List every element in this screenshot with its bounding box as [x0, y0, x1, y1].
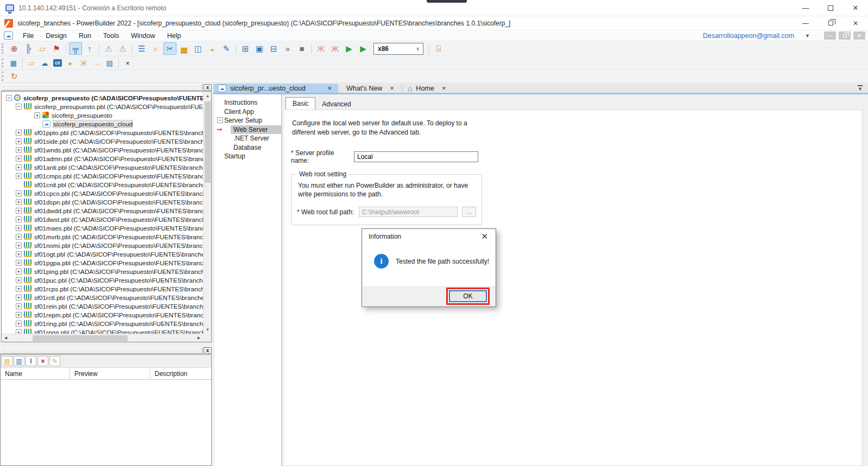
- tree-expander-icon[interactable]: +: [16, 234, 22, 240]
- tree-expander-icon[interactable]: +: [16, 216, 22, 222]
- tree-expander-icon[interactable]: +: [16, 147, 22, 153]
- nav-item-instructions[interactable]: Instructions: [214, 98, 281, 107]
- rdp-maximize-button[interactable]: [818, 0, 843, 16]
- column-header-preview[interactable]: Preview: [70, 368, 150, 379]
- app-close-button[interactable]: ✕: [843, 16, 868, 30]
- monitor-icon[interactable]: ▣: [253, 42, 266, 55]
- tree-item[interactable]: −sicoferp_presupuesto (C:\ADA\SICOF\Pres…: [2, 93, 203, 102]
- build-icon[interactable]: ↑: [83, 42, 96, 55]
- prev-warning-icon[interactable]: ⚠: [116, 42, 129, 55]
- rdp-pin-bar[interactable]: [427, 0, 467, 3]
- tree-item[interactable]: +sf01repm.pbl (C:\ADA\SICOF\Presupuesto\…: [2, 310, 203, 319]
- inheritance-icon[interactable]: ╠: [22, 42, 35, 55]
- tree-item[interactable]: +sf01rctl.pbl (C:\ADA\SICOF\Presupuesto\…: [2, 293, 203, 302]
- tree-item[interactable]: +sf01anti.pbl (C:\ADA\SICOF\Presupuesto\…: [2, 163, 203, 171]
- tree-item[interactable]: +sf01pgpa.pbl (C:\ADA\SICOF\Presupuesto\…: [2, 258, 203, 267]
- tree-expander-icon[interactable]: +: [16, 295, 22, 301]
- tree-item[interactable]: +sf01ring.pbl (C:\ADA\SICOF\Presupuesto\…: [2, 319, 203, 328]
- account-dropdown-icon[interactable]: ▼: [805, 33, 810, 39]
- tree-expander-icon[interactable]: +: [16, 312, 22, 318]
- tree-expander-icon[interactable]: +: [16, 225, 22, 231]
- nav-item-database[interactable]: Database: [214, 143, 281, 152]
- debug-select-icon[interactable]: Ж: [328, 42, 341, 55]
- mdi-close-button[interactable]: ✕: [853, 31, 865, 40]
- tree-expander-icon[interactable]: +: [16, 190, 22, 196]
- debug-project-icon[interactable]: Ж: [78, 58, 90, 69]
- open-icon[interactable]: ▱: [36, 42, 49, 55]
- tree-horizontal-scrollbar[interactable]: ◀ ▶: [2, 334, 203, 342]
- tree-item[interactable]: +sf01ppto.pbl (C:\ADA\SICOF\Presupuesto\…: [2, 128, 203, 137]
- properties-icon[interactable]: ▤: [104, 58, 116, 69]
- panel-grab-bar[interactable]: [0, 347, 202, 354]
- dialog-close-icon[interactable]: ✕: [479, 232, 490, 241]
- tree-panel-close-icon[interactable]: x: [204, 84, 212, 91]
- tree-expander-icon[interactable]: +: [16, 329, 22, 334]
- tab-advanced[interactable]: Advanced: [315, 98, 357, 110]
- tab-close-icon[interactable]: ×: [325, 84, 334, 92]
- export-icon[interactable]: →: [91, 58, 103, 69]
- scroll-right-icon[interactable]: ▶: [195, 334, 203, 342]
- edit-source-icon[interactable]: ✎: [220, 42, 233, 55]
- run-select-icon[interactable]: ▶: [357, 42, 370, 55]
- tree-item[interactable]: +sf01side.pbl (C:\ADA\SICOF\Presupuesto\…: [2, 137, 203, 145]
- output-window-icon[interactable]: ▅: [178, 42, 191, 55]
- tree-item[interactable]: +sf01ping.pbl (C:\ADA\SICOF\Presupuesto\…: [2, 267, 203, 276]
- tree-vertical-scrollbar[interactable]: ▲ ▼: [203, 92, 211, 334]
- tree-expander-icon[interactable]: +: [16, 242, 22, 248]
- toolbar-grip[interactable]: [2, 59, 4, 68]
- doc-tab-megaphone[interactable]: What's New×: [338, 84, 401, 93]
- tree-item[interactable]: +sf01rcps.pbl (C:\ADA\SICOF\Presupuesto\…: [2, 284, 203, 293]
- cloud-deploy-icon[interactable]: ☁: [39, 58, 50, 69]
- menu-tools[interactable]: Tools: [97, 31, 125, 41]
- tree-item[interactable]: +sf01rpga.pbl (C:\ADA\SICOF\Presupuesto\…: [2, 328, 203, 334]
- tree-item[interactable]: −sicoferp_presupuesto.pbl (C:\ADA\SICOF\…: [2, 102, 203, 111]
- scroll-thumb[interactable]: [33, 335, 128, 341]
- new-window-icon[interactable]: ⊞: [239, 42, 252, 55]
- close-toolbar-icon[interactable]: ×: [122, 58, 134, 69]
- tree-item[interactable]: +sf01mvrb.pbl (C:\ADA\SICOF\Presupuesto\…: [2, 232, 203, 241]
- library-list-icon[interactable]: ⚑: [50, 42, 63, 55]
- tree-expander-icon[interactable]: +: [16, 321, 22, 327]
- tree-expander-icon[interactable]: +: [16, 251, 22, 257]
- tree-expander-icon[interactable]: +: [16, 164, 22, 170]
- nav-item-startup[interactable]: Startup: [214, 152, 281, 161]
- menu-design[interactable]: Design: [40, 31, 73, 41]
- rename-icon[interactable]: I: [26, 356, 36, 366]
- tree-item[interactable]: +sf01admn.pbl (C:\ADA\SICOF\Presupuesto\…: [2, 154, 203, 163]
- toolbar-grip[interactable]: [2, 43, 4, 54]
- tree-expander-icon[interactable]: +: [34, 112, 40, 118]
- scroll-thumb[interactable]: [205, 101, 211, 183]
- tree-collapse-icon[interactable]: −: [217, 117, 223, 123]
- column-header-description[interactable]: Description: [150, 368, 211, 379]
- scroll-down-icon[interactable]: ▼: [204, 325, 212, 334]
- tree-expander-icon[interactable]: +: [16, 199, 22, 205]
- deploy-icon[interactable]: ╦: [69, 42, 82, 55]
- tree-item[interactable]: +sf01cmps.pbl (C:\ADA\SICOF\Presupuesto\…: [2, 171, 203, 180]
- column-header-name[interactable]: Name: [1, 368, 70, 379]
- paste-icon[interactable]: ▤: [2, 356, 12, 366]
- tree-item[interactable]: ☁sicoferp_presupuesto_cloud: [2, 119, 203, 128]
- tree-item[interactable]: +sf01cpco.pbl (C:\ADA\SICOF\Presupuesto\…: [2, 189, 203, 197]
- tree-expander-icon[interactable]: +: [16, 156, 22, 162]
- scroll-left-icon[interactable]: ◀: [2, 334, 10, 342]
- tree-expander-icon[interactable]: −: [6, 95, 12, 101]
- scroll-up-icon[interactable]: ▲: [204, 92, 212, 100]
- run-project-icon[interactable]: ▸: [65, 58, 77, 69]
- tab-list-icon[interactable]: ▼: [858, 85, 863, 91]
- tree-expander-icon[interactable]: +: [16, 208, 22, 214]
- mdi-restore-button[interactable]: [839, 31, 851, 40]
- new-project-icon[interactable]: ▱: [26, 58, 37, 69]
- copy-icon[interactable]: ▥: [14, 356, 24, 366]
- ok-button[interactable]: OK: [449, 290, 487, 302]
- todo-list-icon[interactable]: ☰: [135, 42, 148, 55]
- tree-expander-icon[interactable]: +: [16, 138, 22, 144]
- tree-item[interactable]: +sicoferp_presupuesto: [2, 111, 203, 119]
- tree-expander-icon[interactable]: +: [16, 303, 22, 309]
- next-warning-icon[interactable]: ⚠: [102, 42, 115, 55]
- nav-item-web-server[interactable]: ➞Web Server: [214, 125, 281, 135]
- target-platform-select[interactable]: x86 ∨: [373, 43, 423, 55]
- close-window-icon[interactable]: ⊟: [267, 42, 280, 55]
- menu-run[interactable]: Run: [73, 31, 97, 41]
- exit-icon[interactable]: ⍈: [432, 42, 445, 55]
- doc-tab-cloud[interactable]: ☁sicoferp_pr...uesto_cloud×: [213, 84, 338, 93]
